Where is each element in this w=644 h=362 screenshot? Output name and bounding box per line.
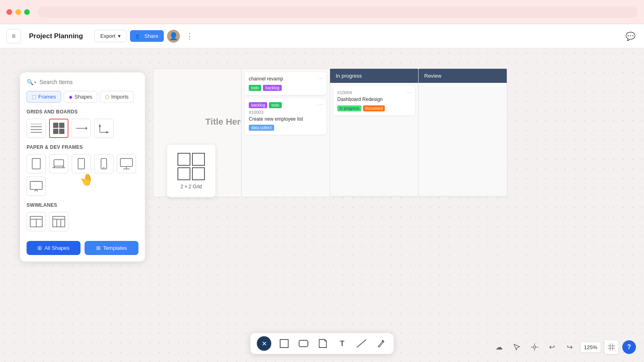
svg-marker-13 xyxy=(106,131,109,134)
card-menu-icon[interactable]: ⋯ xyxy=(318,75,323,82)
text-tool[interactable]: T xyxy=(336,337,349,350)
col-body-review xyxy=(419,83,507,195)
traffic-lights xyxy=(6,9,30,15)
section-grids-label: Grids and Boards xyxy=(27,109,138,115)
tag-document: document xyxy=(363,105,385,111)
help-icon: ? xyxy=(627,343,631,351)
grid-preview-popup: 2 × 2 Grid xyxy=(167,145,215,197)
grid-preview-label: 2 × 2 Grid xyxy=(180,184,202,189)
minimize-dot[interactable] xyxy=(15,9,21,15)
shape-axes[interactable] xyxy=(94,119,114,138)
shape-portrait[interactable] xyxy=(72,154,91,173)
tag-inprogress: In progress xyxy=(337,105,361,111)
redo-button[interactable]: ↪ xyxy=(563,340,577,354)
shape-arrow[interactable] xyxy=(72,119,91,138)
url-bar[interactable] xyxy=(38,6,638,18)
undo-button[interactable]: ↩ xyxy=(545,340,559,354)
tag-datacollect: data collect xyxy=(249,125,274,131)
note-icon xyxy=(319,339,327,348)
card-title: channel revamp xyxy=(249,76,322,82)
tab-shapes[interactable]: ◆ Shapes xyxy=(64,91,97,103)
grid-preview-svg xyxy=(177,152,205,181)
svg-rect-33 xyxy=(53,216,65,227)
shape-gridlines[interactable] xyxy=(27,119,46,138)
tab-frames[interactable]: ⬚ Frames xyxy=(27,91,61,103)
shape-grid2x2[interactable] xyxy=(49,119,68,138)
rounded-rect-tool[interactable] xyxy=(297,337,310,350)
tag-todo-pre: todo xyxy=(269,102,281,108)
export-button[interactable]: Export ▾ xyxy=(94,30,127,42)
tag-backlog: backlog xyxy=(263,85,281,91)
text-icon: T xyxy=(340,339,345,348)
shape-desktop[interactable] xyxy=(117,154,136,173)
tag-backlog-pre: backlog xyxy=(249,102,267,108)
move-icon xyxy=(530,343,539,351)
maximize-dot[interactable] xyxy=(24,9,30,15)
card-10002: ⋯ channel revamp todo backlog xyxy=(245,72,326,95)
card-menu-icon[interactable]: ⋯ xyxy=(406,89,412,96)
more-options-button[interactable]: ⋮ xyxy=(183,30,196,43)
shape-presentation[interactable] xyxy=(27,177,46,196)
svg-rect-2 xyxy=(178,168,190,180)
card-tags: todo backlog xyxy=(249,85,322,91)
templates-button[interactable]: ⊞ Templates xyxy=(85,241,138,255)
shapes-grid-grids xyxy=(27,119,138,138)
svg-rect-19 xyxy=(78,158,85,169)
svg-rect-0 xyxy=(178,153,190,165)
frames-icon: ⬚ xyxy=(32,94,36,100)
kanban-col-review: Review xyxy=(419,68,507,197)
card-10004: ⋯ #10004 Dashboard Redesign In progress … xyxy=(333,86,415,115)
grid-toggle-button[interactable] xyxy=(605,340,618,354)
cursor-select-button[interactable] xyxy=(510,340,524,354)
pen-icon xyxy=(377,339,385,348)
line-icon xyxy=(357,339,366,348)
kanban-col-inprogress: In progress ⋯ #10004 Dashboard Redesign … xyxy=(330,68,419,197)
tab-row: ⬚ Frames ◆ Shapes ⬡ Imports xyxy=(27,91,138,103)
rectangle-icon xyxy=(280,339,289,348)
cloud-save-button[interactable]: ☁ xyxy=(492,340,506,354)
section-swimlanes-label: Swimlanes xyxy=(27,202,138,208)
grid-2x2-icon xyxy=(53,123,64,134)
move-button[interactable] xyxy=(528,340,541,354)
menu-button[interactable]: ≡ xyxy=(6,29,21,43)
card-tags: In progress document xyxy=(337,105,411,111)
shape-swimlane1[interactable] xyxy=(27,212,46,231)
bottom-right-toolbar: ☁ ↩ ↪ 125% ? xyxy=(492,340,636,354)
search-icon: 🔍 xyxy=(27,79,33,85)
svg-marker-12 xyxy=(99,124,101,127)
search-dropdown-icon[interactable]: ▾ xyxy=(34,80,36,84)
tab-imports[interactable]: ⬡ Imports xyxy=(100,91,134,103)
grid-icon xyxy=(608,343,615,351)
close-button[interactable]: ✕ xyxy=(257,336,271,351)
cloud-icon: ☁ xyxy=(495,343,503,352)
tab-frames-label: Frames xyxy=(38,94,56,100)
shape-swimlane2[interactable] xyxy=(49,212,68,231)
svg-marker-9 xyxy=(86,127,87,130)
pen-tool[interactable] xyxy=(374,337,387,350)
col-body-inprogress: ⋯ #10004 Dashboard Redesign In progress … xyxy=(330,83,418,195)
shape-phone[interactable] xyxy=(94,154,114,173)
chat-icon[interactable]: 💬 xyxy=(623,29,638,43)
share-button[interactable]: 👥 Share xyxy=(130,30,164,42)
card-menu-icon[interactable]: ⋯ xyxy=(318,101,323,108)
redo-icon: ↪ xyxy=(567,343,573,352)
hamburger-icon: ≡ xyxy=(12,33,15,40)
line-tool[interactable] xyxy=(355,337,368,350)
search-input[interactable] xyxy=(39,79,138,85)
shape-laptop[interactable] xyxy=(49,154,68,173)
svg-line-39 xyxy=(357,339,366,348)
col-header-review: Review xyxy=(419,69,507,83)
all-shapes-button[interactable]: ⊞ All Shapes xyxy=(27,241,80,255)
shapes-grid-paper xyxy=(27,154,138,196)
shape-page[interactable] xyxy=(27,154,46,173)
note-tool[interactable] xyxy=(316,337,329,350)
svg-rect-1 xyxy=(192,153,204,165)
search-row: 🔍 ▾ xyxy=(27,79,138,85)
help-button[interactable]: ? xyxy=(622,340,636,354)
close-dot[interactable] xyxy=(6,9,12,15)
svg-rect-37 xyxy=(280,339,288,348)
avatar[interactable]: 👤 xyxy=(167,30,180,43)
rectangle-tool[interactable] xyxy=(278,337,291,350)
svg-rect-14 xyxy=(32,158,40,169)
shapes-icon: ◆ xyxy=(69,94,72,100)
